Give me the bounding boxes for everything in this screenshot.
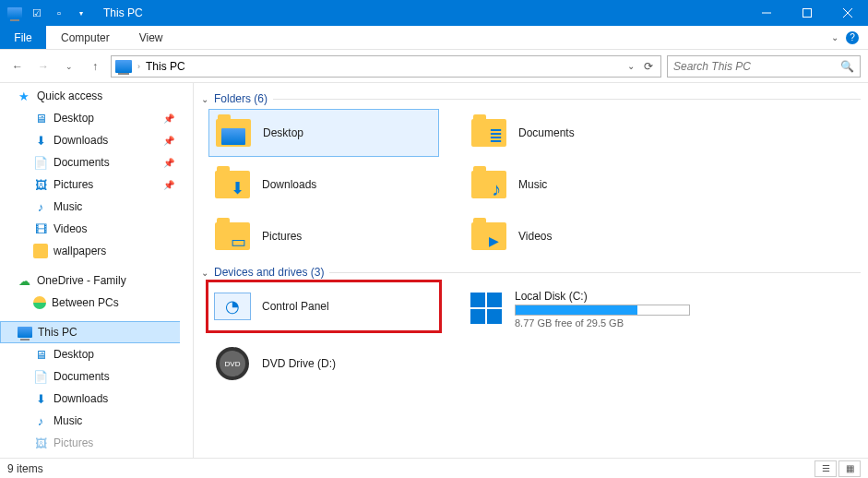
tile-label: Downloads bbox=[262, 178, 316, 191]
sidebar-label: Downloads bbox=[54, 134, 108, 147]
scroll-up-icon[interactable]: ▲ bbox=[180, 83, 193, 96]
tile-label: Control Panel bbox=[262, 300, 329, 313]
file-tab[interactable]: File bbox=[0, 26, 46, 49]
sidebar-item-between-pcs[interactable]: Between PCs bbox=[0, 292, 193, 314]
disk-usage-bar bbox=[515, 305, 690, 316]
desktop-icon: 🖥 bbox=[33, 111, 48, 125]
forward-button[interactable]: → bbox=[33, 56, 54, 77]
sidebar-label: Documents bbox=[54, 370, 110, 383]
refresh-button[interactable]: ⟳ bbox=[640, 60, 657, 73]
sidebar-label: OneDrive - Family bbox=[37, 274, 126, 287]
pictures-icon: 🖼 bbox=[33, 436, 48, 450]
sidebar-label: Music bbox=[54, 200, 82, 213]
folder-tile-downloads[interactable]: Downloads bbox=[208, 161, 439, 209]
search-input[interactable] bbox=[673, 60, 835, 73]
pictures-icon: 🖼 bbox=[33, 177, 48, 192]
address-history-dropdown[interactable]: ⌄ bbox=[627, 61, 635, 71]
sidebar-label: Videos bbox=[54, 222, 87, 235]
view-large-icons-button[interactable]: ▦ bbox=[838, 460, 861, 477]
scrollbar-track[interactable] bbox=[180, 83, 193, 458]
sidebar-label: Between PCs bbox=[52, 296, 119, 309]
search-box[interactable]: 🔍 bbox=[667, 55, 861, 78]
scrollbar-thumb[interactable] bbox=[181, 96, 192, 170]
desktop-icon: 🖥 bbox=[33, 347, 48, 362]
folder-tile-desktop[interactable]: Desktop bbox=[208, 109, 439, 157]
nav-row: ← → ⌄ ↑ › ⌄ ⟳ 🔍 bbox=[0, 50, 868, 83]
sidebar: ★ Quick access 🖥 Desktop 📌 ⬇ Downloads 📌… bbox=[0, 83, 194, 458]
up-button[interactable]: ↑ bbox=[85, 56, 105, 77]
sidebar-label: Pictures bbox=[54, 178, 93, 191]
folder-tile-documents[interactable]: Documents bbox=[465, 109, 696, 157]
sidebar-item-pictures[interactable]: 🖼 Pictures 📌 bbox=[0, 173, 193, 196]
help-icon[interactable]: ? bbox=[846, 31, 859, 44]
sidebar-item-desktop[interactable]: 🖥 Desktop 📌 bbox=[0, 107, 193, 129]
drive-tile-dvd[interactable]: DVD DVD Drive (D:) bbox=[208, 340, 439, 388]
downloads-icon: ⬇ bbox=[33, 391, 48, 406]
drive-tile-local-disk[interactable]: Local Disk (C:) 8.77 GB free of 29.5 GB bbox=[465, 282, 696, 336]
folder-tile-videos[interactable]: Videos bbox=[465, 212, 696, 260]
tab-computer[interactable]: Computer bbox=[46, 26, 125, 49]
maximize-button[interactable] bbox=[787, 0, 827, 26]
sidebar-this-pc[interactable]: This PC bbox=[0, 321, 193, 343]
scroll-down-icon[interactable]: ▼ bbox=[180, 445, 193, 458]
sidebar-label: Desktop bbox=[54, 112, 94, 125]
chevron-down-icon: ⌄ bbox=[201, 268, 208, 278]
cloud-icon: ☁ bbox=[17, 273, 31, 288]
minimize-button[interactable] bbox=[746, 0, 787, 26]
tile-label: Local Disk (C:) bbox=[515, 290, 690, 303]
sidebar-item-pc-desktop[interactable]: 🖥 Desktop bbox=[0, 343, 193, 365]
sidebar-item-downloads[interactable]: ⬇ Downloads 📌 bbox=[0, 129, 193, 151]
documents-icon: 📄 bbox=[33, 155, 48, 170]
sidebar-item-pc-documents[interactable]: 📄 Documents bbox=[0, 365, 193, 388]
view-details-button[interactable]: ☰ bbox=[814, 460, 837, 477]
ribbon-expand-icon[interactable]: ⌄ bbox=[831, 32, 838, 42]
pin-icon: 📌 bbox=[163, 114, 174, 124]
group-title: Folders (6) bbox=[214, 92, 268, 105]
window-title: This PC bbox=[96, 6, 143, 19]
main: ★ Quick access 🖥 Desktop 📌 ⬇ Downloads 📌… bbox=[0, 83, 868, 458]
group-header-folders[interactable]: ⌄ Folders (6) bbox=[201, 92, 861, 105]
sidebar-item-videos[interactable]: 🎞 Videos bbox=[0, 218, 193, 240]
back-button[interactable]: ← bbox=[7, 56, 28, 77]
address-input[interactable] bbox=[146, 60, 622, 73]
pin-icon: 📌 bbox=[163, 136, 174, 146]
folder-icon bbox=[33, 244, 48, 258]
group-header-drives[interactable]: ⌄ Devices and drives (3) bbox=[201, 266, 861, 279]
sidebar-label: Downloads bbox=[54, 392, 108, 405]
music-icon: ♪ bbox=[33, 413, 48, 428]
sidebar-item-pc-pictures[interactable]: 🖼 Pictures bbox=[0, 432, 193, 454]
qac-properties-icon[interactable]: ☑ bbox=[28, 4, 46, 22]
pin-icon: 📌 bbox=[163, 158, 174, 168]
sidebar-item-music[interactable]: ♪ Music bbox=[0, 196, 193, 218]
tile-label: Pictures bbox=[262, 230, 302, 243]
qac-newfolder-icon[interactable]: ▫ bbox=[50, 4, 68, 22]
drive-tile-control-panel[interactable]: Control Panel bbox=[208, 282, 439, 330]
address-bar[interactable]: › ⌄ ⟳ bbox=[111, 55, 661, 78]
sidebar-item-documents[interactable]: 📄 Documents 📌 bbox=[0, 151, 193, 173]
tile-label: Music bbox=[518, 178, 547, 191]
music-icon: ♪ bbox=[33, 199, 48, 214]
folder-tile-pictures[interactable]: Pictures bbox=[208, 212, 439, 260]
sidebar-item-wallpapers[interactable]: wallpapers bbox=[0, 240, 193, 262]
tile-label: Documents bbox=[518, 126, 575, 139]
sidebar-onedrive[interactable]: ☁ OneDrive - Family bbox=[0, 269, 193, 292]
sidebar-label: Desktop bbox=[54, 348, 94, 361]
pin-icon: 📌 bbox=[163, 180, 174, 190]
sidebar-item-pc-music[interactable]: ♪ Music bbox=[0, 410, 193, 432]
system-pc-icon bbox=[6, 4, 24, 22]
ribbon: File Computer View ⌄ ? bbox=[0, 26, 868, 50]
tab-view[interactable]: View bbox=[125, 26, 178, 49]
folder-icon bbox=[215, 171, 250, 198]
tile-label: Videos bbox=[518, 230, 552, 243]
qac-dropdown-icon[interactable]: ▾ bbox=[72, 4, 90, 22]
svg-rect-1 bbox=[803, 9, 812, 18]
recent-dropdown[interactable]: ⌄ bbox=[59, 56, 79, 77]
sidebar-quick-access[interactable]: ★ Quick access bbox=[0, 85, 193, 107]
sidebar-label: This PC bbox=[38, 326, 77, 339]
sidebar-item-pc-downloads[interactable]: ⬇ Downloads bbox=[0, 388, 193, 410]
sidebar-label: Quick access bbox=[37, 90, 102, 102]
star-icon: ★ bbox=[17, 89, 31, 103]
close-button[interactable] bbox=[827, 0, 868, 26]
folder-icon bbox=[471, 171, 506, 198]
folder-tile-music[interactable]: Music bbox=[465, 161, 696, 209]
